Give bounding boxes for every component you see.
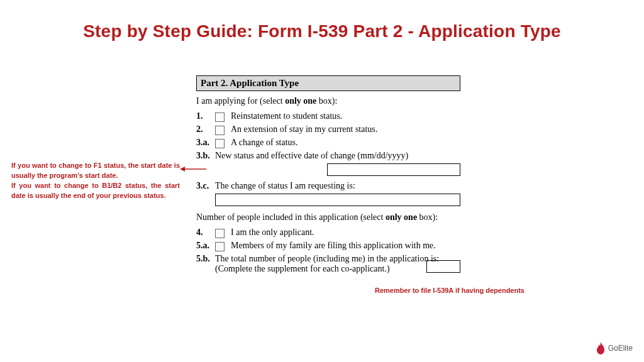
form-row-3a: 3.a. A change of status. bbox=[196, 138, 460, 148]
lead-text: I am applying for (select only one box): bbox=[196, 96, 460, 106]
brand-text: GoElite bbox=[608, 344, 633, 353]
lead-b: box): bbox=[316, 96, 337, 106]
lead-a: I am applying for (select bbox=[196, 96, 285, 106]
row-num: 1. bbox=[196, 111, 215, 121]
form-row-5a: 5.a. Members of my family are filing thi… bbox=[196, 241, 460, 251]
input-requested-status[interactable] bbox=[215, 194, 460, 206]
checkbox-only-applicant[interactable] bbox=[215, 229, 225, 238]
form-row-3b: 3.b. New status and effective date of ch… bbox=[196, 151, 460, 176]
note-left-line2: If you want to change to B1/B2 status, t… bbox=[11, 182, 180, 199]
checkbox-family-members[interactable] bbox=[215, 242, 225, 251]
brand-logo: GoElite bbox=[596, 342, 633, 354]
part-header: Part 2. Application Type bbox=[196, 75, 460, 91]
lead-bold: only one bbox=[285, 96, 316, 106]
form-row-1: 1. Reinstatement to student status. bbox=[196, 111, 460, 122]
checkbox-extension[interactable] bbox=[215, 126, 225, 135]
row-num: 5.b. bbox=[196, 254, 215, 264]
section2-lead: Number of people included in this applic… bbox=[196, 212, 460, 222]
sec2-b: box): bbox=[417, 212, 438, 222]
row-text: The total number of people (including me… bbox=[215, 254, 439, 273]
row-text: An extension of stay in my current statu… bbox=[231, 124, 460, 134]
row-num: 3.a. bbox=[196, 138, 215, 148]
row-text: A change of status. bbox=[231, 138, 460, 148]
row-num: 5.a. bbox=[196, 241, 215, 251]
page-title: Step by Step Guide: Form I-539 Part 2 - … bbox=[0, 0, 644, 50]
form-row-3c: 3.c. The change of status I am requestin… bbox=[196, 181, 460, 206]
form-row-5b: 5.b. The total number of people (includi… bbox=[196, 254, 460, 274]
form-row-4: 4. I am the only applicant. bbox=[196, 228, 460, 238]
row-text: Members of my family are filing this app… bbox=[231, 241, 460, 251]
flame-icon bbox=[596, 342, 606, 354]
svg-marker-1 bbox=[180, 167, 185, 172]
row-text: Reinstatement to student status. bbox=[231, 111, 460, 121]
row-text: I am the only applicant. bbox=[231, 228, 460, 238]
note-left-line1: If you want to change to F1 status, the … bbox=[11, 162, 180, 179]
row-num: 3.b. bbox=[196, 151, 215, 161]
row-text: New status and effective date of change … bbox=[215, 151, 408, 160]
sec2-bold: only one bbox=[386, 212, 417, 222]
checkbox-change-status[interactable] bbox=[215, 139, 225, 148]
row-num: 4. bbox=[196, 228, 215, 238]
form-sheet: Part 2. Application Type I am applying f… bbox=[196, 75, 460, 277]
form-row-2: 2. An extension of stay in my current st… bbox=[196, 124, 460, 135]
input-effective-date[interactable] bbox=[327, 163, 460, 176]
row-num: 3.c. bbox=[196, 181, 215, 191]
note-left: If you want to change to F1 status, the … bbox=[11, 161, 180, 201]
checkbox-reinstatement[interactable] bbox=[215, 112, 225, 122]
sec2-a: Number of people included in this applic… bbox=[196, 212, 386, 222]
row-text: The change of status I am requesting is: bbox=[215, 181, 355, 190]
note-right: Remember to file I-539A if having depend… bbox=[375, 287, 525, 294]
row-num: 2. bbox=[196, 124, 215, 134]
